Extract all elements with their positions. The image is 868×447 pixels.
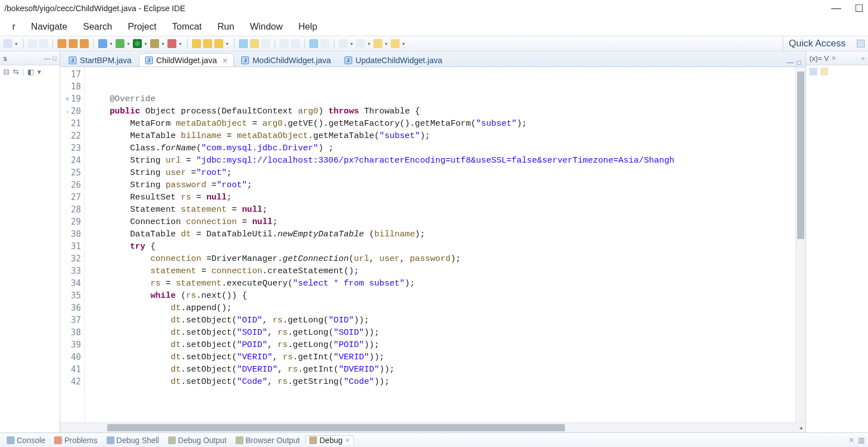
back-nav-icon[interactable] (373, 39, 382, 48)
open-type-icon[interactable] (214, 39, 223, 48)
code-line[interactable]: dt.setObject("Code", rs.getString("Code"… (89, 375, 795, 388)
horizontal-scrollbar[interactable]: ◂ (60, 422, 805, 432)
toolbar-icon[interactable] (821, 68, 828, 75)
collapse-all-icon[interactable]: ⊟ (3, 68, 9, 76)
new-class-icon[interactable] (203, 39, 212, 48)
code-line[interactable]: dt.setObject("DVERID", rs.getInt("DVERID… (89, 363, 795, 375)
minimize-icon[interactable]: — (787, 59, 794, 66)
close-icon[interactable]: ⨯ (222, 56, 228, 64)
code-line[interactable]: dt.append(); (89, 302, 795, 314)
toolbar-icon[interactable] (339, 39, 348, 48)
maximize-view-icon[interactable]: □ (52, 55, 56, 61)
code-content[interactable]: @Override public Object process(DefaultC… (85, 67, 795, 422)
code-line[interactable]: Statement statement = null; (89, 203, 795, 216)
code-line[interactable]: Class.forName("com.mysql.jdbc.Driver") ; (89, 142, 795, 154)
toolbar-icon[interactable]: ⨯ (848, 436, 855, 444)
code-line[interactable]: dt.setObject("OID", rs.getLong("OID")); (89, 314, 795, 326)
bottom-tab-problems[interactable]: Problems (51, 436, 100, 445)
code-line[interactable]: while (rs.next()) { (89, 289, 795, 302)
code-line[interactable] (89, 80, 795, 93)
code-line[interactable]: dt.setObject("POID", rs.getLong("POID"))… (89, 339, 795, 351)
menu-help[interactable]: Help (290, 21, 325, 32)
toolbar-icon[interactable] (98, 39, 107, 48)
toggle-mark-icon[interactable] (309, 39, 318, 48)
code-line[interactable]: MetaForm metaDataObject = arg0.getVE().g… (89, 117, 795, 130)
editor[interactable]: 1718⊖19▵20212223242526272829303132333435… (60, 67, 805, 422)
bottom-tab-browser-output[interactable]: Browser Output (232, 436, 303, 445)
view-icon (7, 436, 15, 444)
toolbar-icon[interactable] (291, 39, 300, 48)
code-line[interactable]: MetaTable billname = metaDataObject.getM… (89, 130, 795, 142)
maximize-button[interactable]: ☐ (855, 2, 864, 15)
debug-icon[interactable] (116, 39, 124, 48)
toolbar-icon[interactable] (250, 39, 259, 48)
minimize-view-icon[interactable]: — (44, 55, 50, 61)
bottom-tab-debug-shell[interactable]: Debug Shell (103, 436, 162, 445)
toolbar-icon[interactable] (280, 39, 289, 48)
toolbar-icon[interactable] (356, 39, 365, 48)
code-line[interactable]: try { (89, 240, 795, 253)
code-line[interactable]: Connection connection = null; (89, 216, 795, 228)
close-icon[interactable]: ⨯ (345, 437, 350, 444)
code-line[interactable]: String password ="root"; (89, 179, 795, 191)
code-line[interactable]: String user ="root"; (89, 167, 795, 179)
toolbar-icon[interactable] (28, 39, 37, 48)
code-line[interactable]: public Object process(DefaultContext arg… (89, 105, 795, 117)
toolbar-icon[interactable] (39, 39, 48, 48)
code-line[interactable]: rs = statement.executeQuery("select * fr… (89, 277, 795, 289)
toolbar-icon[interactable] (3, 39, 12, 48)
code-line[interactable]: dt.setObject("SOID", rs.getLong("SOID"))… (89, 326, 795, 339)
code-line[interactable]: ResultSet rs = null; (89, 191, 795, 203)
vertical-scrollbar[interactable] (795, 67, 805, 422)
code-line[interactable]: String url = "jdbc:mysql://localhost:330… (89, 154, 795, 167)
more-icon[interactable]: » (861, 55, 865, 61)
toolbar-icon[interactable]: ▥ (858, 436, 865, 444)
gutter-annotation[interactable]: ▵ (66, 105, 69, 117)
perspective-button[interactable] (857, 40, 865, 47)
new-package-icon[interactable] (192, 39, 201, 48)
menu-r[interactable]: r (4, 21, 23, 32)
menu-search[interactable]: Search (75, 21, 120, 32)
toolbar-icon[interactable] (320, 39, 329, 48)
search-icon[interactable] (239, 39, 248, 48)
menu-navigate[interactable]: Navigate (23, 21, 75, 32)
tomcat-stop-icon[interactable] (69, 39, 78, 48)
editor-tab[interactable]: JChildWidget.java⨯ (139, 53, 234, 66)
code-line[interactable] (89, 68, 795, 80)
code-line[interactable]: statement = connection.createStatement()… (89, 265, 795, 277)
menu-tomcat[interactable]: Tomcat (164, 21, 209, 32)
toolbar-icon[interactable] (809, 68, 817, 75)
code-line[interactable]: connection =DriverManager.getConnection(… (89, 253, 795, 265)
menu-window[interactable]: Window (242, 21, 291, 32)
gutter-annotation[interactable]: ⊖ (66, 93, 69, 105)
link-editor-icon[interactable]: ⇆ (13, 68, 19, 76)
editor-tab[interactable]: JUpdateChildWidget.java (338, 53, 449, 66)
bottom-tab-console[interactable]: Console (3, 436, 49, 445)
code-line[interactable]: dt.setObject("VERID", rs.getInt("VERID")… (89, 351, 795, 363)
bottom-tab-debug-output[interactable]: Debug Output (165, 436, 230, 445)
variables-view-tab[interactable]: (x)= V ⨯ » (806, 51, 868, 65)
editor-tabs: JStartBPM.javaJChildWidget.java⨯JModiChi… (60, 51, 805, 67)
tomcat-restart-icon[interactable] (80, 39, 89, 48)
menu-project[interactable]: Project (120, 21, 164, 32)
scroll-left-icon[interactable]: ◂ (795, 423, 805, 432)
menu-run[interactable]: Run (209, 21, 242, 32)
close-icon[interactable]: ⨯ (831, 55, 836, 62)
code-line[interactable]: DataTable dt = DataTableUtil.newEmptyDat… (89, 228, 795, 240)
line-number: 26 (71, 179, 81, 191)
editor-tab[interactable]: JModiChildWidget.java (235, 53, 337, 66)
toolbar-icon[interactable] (150, 39, 159, 48)
run-icon[interactable] (133, 39, 142, 48)
bottom-tab-debug[interactable]: Debug⨯ (305, 435, 353, 445)
view-menu-icon[interactable]: ▾ (37, 68, 41, 76)
forward-nav-icon[interactable] (391, 39, 400, 48)
maximize-icon[interactable]: □ (797, 59, 801, 66)
minimize-button[interactable]: — (831, 2, 841, 15)
tomcat-start-icon[interactable] (57, 39, 66, 48)
code-line[interactable]: @Override (89, 93, 795, 105)
quick-access[interactable]: Quick Access (783, 36, 851, 51)
toolbar-icon[interactable] (261, 39, 270, 48)
editor-tab[interactable]: JStartBPM.java (63, 53, 138, 66)
filter-icon[interactable]: ◧ (27, 68, 34, 76)
toolbar-icon[interactable] (167, 39, 176, 48)
